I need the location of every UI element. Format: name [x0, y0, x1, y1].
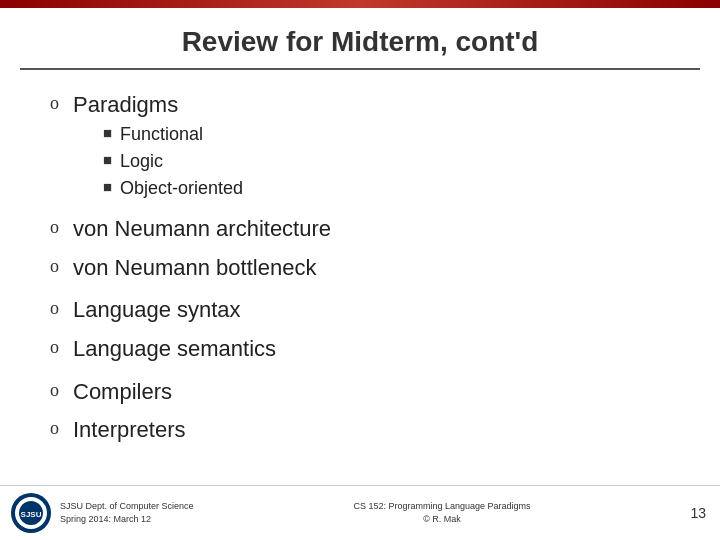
footer-page-number: 13 — [690, 505, 706, 521]
sub-item-logic: ■ Logic — [103, 149, 243, 174]
sub-marker: ■ — [103, 124, 112, 141]
footer-center-line2: © R. Mak — [423, 514, 461, 524]
bullet-marker: o — [50, 93, 59, 114]
svg-text:SJSU: SJSU — [21, 510, 42, 519]
sub-marker: ■ — [103, 151, 112, 168]
bullet-text-paradigms: Paradigms — [73, 92, 178, 117]
bullet-text-language-syntax: Language syntax — [73, 296, 241, 325]
bullet-von-neumann-arch: o von Neumann architecture — [50, 210, 670, 249]
bullet-marker: o — [50, 217, 59, 238]
slide: Review for Midterm, cont'd o Paradigms ■… — [0, 0, 720, 540]
slide-footer: SJSU SJSU Dept. of Computer Science Spri… — [0, 485, 720, 540]
sub-item-object-oriented: ■ Object-oriented — [103, 176, 243, 201]
bullet-marker: o — [50, 380, 59, 401]
bullet-text-interpreters: Interpreters — [73, 416, 186, 445]
footer-text-block: SJSU Dept. of Computer Science Spring 20… — [60, 500, 194, 525]
footer-left-line1: SJSU Dept. of Computer Science — [60, 500, 194, 513]
footer-center: CS 152: Programming Language Paradigms ©… — [353, 500, 530, 525]
sub-text-functional: Functional — [120, 122, 203, 147]
slide-content: o Paradigms ■ Functional ■ Logic ■ Objec… — [0, 80, 720, 485]
bullet-compilers: o Compilers — [50, 373, 670, 412]
sub-text-logic: Logic — [120, 149, 163, 174]
bullet-marker: o — [50, 418, 59, 439]
bullet-text-compilers: Compilers — [73, 378, 172, 407]
bullet-language-semantics: o Language semantics — [50, 330, 670, 369]
footer-center-line1: CS 152: Programming Language Paradigms — [353, 501, 530, 511]
bullet-marker: o — [50, 298, 59, 319]
top-bar — [0, 0, 720, 8]
sub-text-object-oriented: Object-oriented — [120, 176, 243, 201]
bullet-marker: o — [50, 337, 59, 358]
sub-list-paradigms: ■ Functional ■ Logic ■ Object-oriented — [103, 122, 243, 202]
bullet-paradigms: o Paradigms ■ Functional ■ Logic ■ Objec… — [50, 86, 670, 210]
title-underline — [20, 68, 700, 70]
bullet-marker: o — [50, 256, 59, 277]
footer-left-line2: Spring 2014: March 12 — [60, 513, 194, 526]
bullet-interpreters: o Interpreters — [50, 411, 670, 450]
footer-left: SJSU SJSU Dept. of Computer Science Spri… — [10, 492, 194, 534]
bullet-text-von-neumann-arch: von Neumann architecture — [73, 215, 331, 244]
sjsu-logo-icon: SJSU — [10, 492, 52, 534]
bullet-text-von-neumann-bottleneck: von Neumann bottleneck — [73, 254, 316, 283]
bullet-language-syntax: o Language syntax — [50, 291, 670, 330]
sub-item-functional: ■ Functional — [103, 122, 243, 147]
slide-title: Review for Midterm, cont'd — [0, 8, 720, 68]
bullet-von-neumann-bottleneck: o von Neumann bottleneck — [50, 249, 670, 288]
sub-marker: ■ — [103, 178, 112, 195]
bullet-text-language-semantics: Language semantics — [73, 335, 276, 364]
